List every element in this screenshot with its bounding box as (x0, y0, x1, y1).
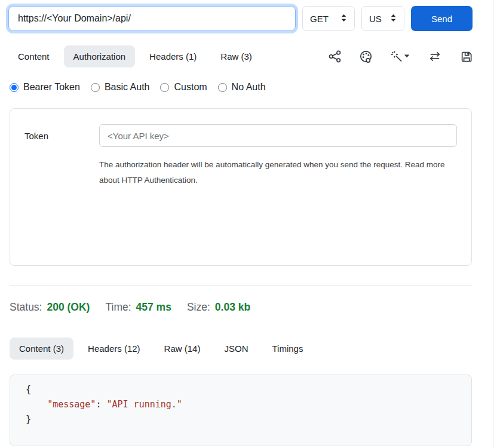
auth-type-options: Bearer Token Basic Auth Custom No Auth (10, 82, 484, 93)
json-string-value: "API running." (106, 399, 182, 410)
radio-bearer-token[interactable]: Bearer Token (10, 82, 80, 93)
response-body-code: { "message": "API running." } (10, 375, 472, 446)
tab-raw[interactable]: Raw (3) (211, 45, 262, 67)
radio-label: No Auth (232, 82, 266, 93)
radio-no-auth[interactable]: No Auth (218, 82, 266, 93)
url-input[interactable] (8, 6, 296, 31)
radio-circle-checked[interactable] (10, 83, 19, 92)
radio-label: Custom (174, 82, 207, 93)
status-label: Status: (10, 301, 42, 314)
request-tabs: Content Authorization Headers (1) Raw (3… (0, 45, 493, 67)
region-select[interactable]: US (361, 6, 404, 31)
share-icon[interactable] (329, 50, 341, 63)
radio-label: Basic Auth (105, 82, 150, 93)
token-field-label: Token (24, 131, 99, 141)
json-separator: : (96, 399, 106, 410)
time-label: Time: (105, 301, 131, 314)
api-client-panel: GET US Send Content Authorization Header… (0, 0, 493, 448)
save-icon[interactable] (460, 50, 473, 63)
size-label: Size: (187, 301, 210, 314)
radio-label: Bearer Token (23, 82, 80, 93)
radio-circle[interactable] (160, 83, 169, 92)
radio-circle[interactable] (91, 83, 100, 92)
region-select-value: US (369, 14, 382, 24)
token-input[interactable] (99, 124, 457, 147)
code-line: } (26, 412, 456, 427)
magic-wand-dropdown-icon[interactable] (391, 50, 410, 63)
response-status-row: Status: 200 (OK) Time: 457 ms Size: 0.03… (10, 301, 493, 314)
tab-authorization[interactable]: Authorization (64, 45, 136, 67)
up-down-caret-icon (341, 14, 347, 24)
resp-tab-raw[interactable]: Raw (14) (155, 337, 210, 360)
status-value: 200 (OK) (47, 301, 90, 314)
code-line: { (26, 382, 456, 397)
size-value: 0.03 kb (215, 301, 250, 314)
code-line: "message": "API running." (26, 397, 456, 412)
token-help-text: The authorization header will be automat… (99, 157, 449, 188)
time-value: 457 ms (136, 301, 171, 314)
request-bar: GET US Send (0, 0, 493, 31)
radio-custom[interactable]: Custom (160, 82, 207, 93)
swap-arrows-icon[interactable] (428, 50, 441, 63)
method-select[interactable]: GET (302, 6, 355, 31)
palette-icon[interactable] (360, 50, 372, 63)
toolbar-icons (329, 50, 473, 63)
resp-tab-content[interactable]: Content (3) (10, 337, 73, 360)
tab-headers[interactable]: Headers (1) (140, 45, 206, 67)
resp-tab-headers[interactable]: Headers (12) (78, 337, 150, 360)
method-select-value: GET (310, 14, 329, 24)
section-divider (10, 286, 472, 286)
up-down-caret-icon (390, 14, 397, 24)
tab-content[interactable]: Content (8, 45, 59, 67)
radio-basic-auth[interactable]: Basic Auth (91, 82, 150, 93)
bearer-token-panel: Token The authorization header will be a… (10, 108, 472, 266)
response-tabs: Content (3) Headers (12) Raw (14) JSON T… (0, 337, 493, 360)
json-key: "message" (47, 399, 96, 410)
resp-tab-json[interactable]: JSON (214, 337, 257, 360)
send-button[interactable]: Send (411, 6, 473, 31)
radio-circle[interactable] (218, 83, 227, 92)
resp-tab-timings[interactable]: Timings (262, 337, 312, 360)
